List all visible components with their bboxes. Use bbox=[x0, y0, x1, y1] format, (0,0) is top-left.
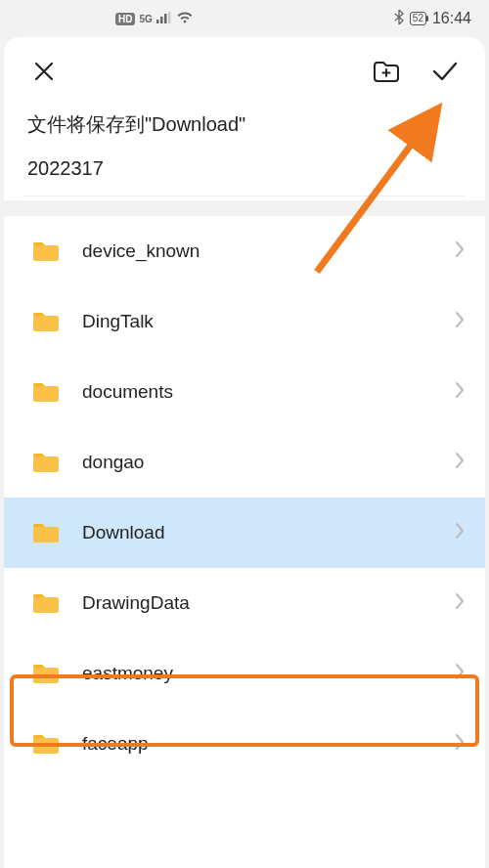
close-button[interactable] bbox=[27, 55, 61, 88]
svg-rect-3 bbox=[168, 12, 171, 23]
folder-item[interactable]: faceapp bbox=[4, 709, 485, 779]
status-left: HD 5G bbox=[115, 11, 194, 26]
folder-name: DingTalk bbox=[82, 311, 454, 332]
folder-icon bbox=[31, 591, 61, 615]
header-row bbox=[4, 37, 485, 98]
new-folder-icon bbox=[372, 59, 401, 84]
chevron-right-icon bbox=[454, 591, 466, 615]
chevron-right-icon bbox=[454, 239, 466, 263]
svg-rect-1 bbox=[160, 17, 163, 23]
save-dialog-card: 文件将保存到"Download" device_known DingTalk d… bbox=[4, 37, 485, 868]
filename-input[interactable] bbox=[27, 153, 462, 184]
clock-time: 16:44 bbox=[432, 10, 471, 27]
folder-name: faceapp bbox=[82, 733, 454, 755]
new-folder-button[interactable] bbox=[370, 55, 403, 88]
folder-icon bbox=[31, 732, 61, 756]
svg-rect-0 bbox=[156, 20, 159, 23]
folder-item[interactable]: documents bbox=[4, 357, 485, 427]
folder-item[interactable]: device_known bbox=[4, 216, 485, 286]
chevron-right-icon bbox=[454, 662, 466, 685]
folder-icon bbox=[31, 380, 61, 404]
section-gap bbox=[4, 200, 485, 216]
folder-icon bbox=[31, 521, 61, 544]
folder-item[interactable]: DrawingData bbox=[4, 568, 485, 638]
folder-item[interactable]: eastmoney bbox=[4, 638, 485, 709]
folder-icon bbox=[31, 451, 61, 474]
bluetooth-icon bbox=[394, 10, 404, 27]
chevron-right-icon bbox=[454, 380, 466, 404]
folder-name: eastmoney bbox=[82, 663, 454, 684]
battery-level: 52 bbox=[413, 14, 423, 23]
folder-name: device_known bbox=[82, 240, 454, 262]
chevron-right-icon bbox=[454, 451, 466, 474]
folder-item[interactable]: Download bbox=[4, 498, 485, 568]
chevron-right-icon bbox=[454, 310, 466, 333]
folder-icon bbox=[31, 239, 61, 263]
status-bar: HD 5G 52 16:44 bbox=[0, 0, 489, 37]
check-icon bbox=[430, 60, 460, 83]
chevron-right-icon bbox=[454, 732, 466, 756]
wifi-icon bbox=[176, 11, 194, 26]
dialog-title: 文件将保存到"Download" bbox=[27, 111, 462, 138]
folder-name: Download bbox=[82, 522, 454, 543]
chevron-right-icon bbox=[454, 521, 466, 544]
signal-icon bbox=[156, 11, 172, 26]
svg-rect-2 bbox=[164, 14, 167, 23]
divider bbox=[23, 195, 466, 196]
folder-icon bbox=[31, 310, 61, 333]
status-right: 52 16:44 bbox=[394, 10, 471, 27]
hd-badge: HD bbox=[115, 13, 135, 25]
folder-item[interactable]: dongao bbox=[4, 427, 485, 498]
close-icon bbox=[32, 60, 56, 83]
folder-name: dongao bbox=[82, 452, 454, 473]
battery-icon: 52 bbox=[410, 12, 426, 25]
folder-list[interactable]: device_known DingTalk documents dongao D… bbox=[4, 216, 485, 779]
folder-name: DrawingData bbox=[82, 592, 454, 614]
folder-icon bbox=[31, 662, 61, 685]
folder-name: documents bbox=[82, 381, 454, 403]
folder-item[interactable]: DingTalk bbox=[4, 286, 485, 357]
network-label: 5G bbox=[139, 14, 152, 24]
confirm-button[interactable] bbox=[428, 55, 462, 88]
